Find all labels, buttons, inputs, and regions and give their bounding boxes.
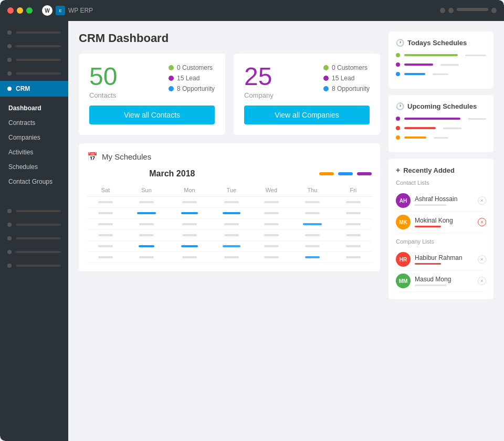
titlebar: W E WP ERP bbox=[0, 0, 504, 21]
cal-cell bbox=[210, 219, 253, 230]
legend-orange bbox=[319, 172, 334, 175]
list-item: AH Ashraf Hossain × bbox=[396, 190, 486, 212]
cal-cell bbox=[290, 252, 335, 263]
sched-line bbox=[404, 136, 426, 139]
contacts-details: 0 Customers 15 Lead 8 Opportunity bbox=[169, 64, 215, 96]
month-legend bbox=[319, 172, 372, 175]
sidebar-placeholder-7 bbox=[0, 232, 68, 245]
sidebar-placeholder-2 bbox=[0, 40, 68, 52]
cal-cell bbox=[124, 208, 169, 219]
contact-info: Masud Mong bbox=[415, 276, 474, 286]
app-window: W E WP ERP bbox=[0, 0, 504, 441]
sidebar-placeholder-9 bbox=[0, 259, 68, 272]
sidebar-placeholder-8 bbox=[0, 246, 68, 258]
detail-label: 0 Customers bbox=[332, 64, 368, 71]
cal-cell bbox=[335, 230, 372, 241]
maximize-button[interactable] bbox=[26, 7, 33, 14]
sidebar-item-contact-groups[interactable]: Contact Groups bbox=[0, 174, 68, 189]
cal-cell bbox=[87, 208, 124, 219]
recently-title: + Recently Added bbox=[396, 166, 486, 174]
contact-info: Mokinal Kong bbox=[415, 217, 474, 227]
contact-action-button[interactable]: × bbox=[478, 255, 486, 264]
sidebar-placeholder-5 bbox=[0, 205, 68, 217]
cal-header-sun: Sun bbox=[124, 184, 169, 197]
cal-cell bbox=[169, 197, 210, 208]
sidebar: CRM Dashboard Contracts Companies Activi… bbox=[0, 21, 68, 441]
cal-cell bbox=[253, 197, 290, 208]
cal-header-fri: Fri bbox=[335, 184, 372, 197]
view-all-contacts-button[interactable]: View all Contacts bbox=[89, 106, 215, 124]
sidebar-item-companies[interactable]: Companies bbox=[0, 130, 68, 145]
detail-label: 15 Lead bbox=[177, 75, 200, 82]
table-row bbox=[87, 208, 372, 219]
sidebar-item-schedules[interactable]: Schedules bbox=[0, 160, 68, 174]
cal-cell bbox=[290, 197, 335, 208]
companies-details: 0 Customers 15 Lead 8 Opportunity bbox=[323, 64, 370, 96]
contacts-number: 50 bbox=[89, 64, 117, 89]
contact-remove-button[interactable]: × bbox=[478, 218, 486, 226]
cal-cell bbox=[210, 208, 253, 219]
sidebar-item-contracts[interactable]: Contracts bbox=[0, 116, 68, 130]
cal-cell bbox=[210, 241, 253, 252]
dot-green bbox=[323, 65, 329, 70]
content-area: CRM Dashboard 50 Contacts bbox=[68, 21, 504, 441]
avatar: MK bbox=[396, 215, 411, 229]
crm-dot bbox=[7, 87, 12, 91]
cal-cell bbox=[169, 208, 210, 219]
cal-cell bbox=[87, 241, 124, 252]
sched-dot-green bbox=[396, 53, 400, 57]
detail-label: 8 Opportunity bbox=[332, 85, 370, 92]
upcoming-schedules-panel: 🕐 Upcoming Schedules bbox=[388, 95, 494, 152]
close-button[interactable] bbox=[7, 7, 14, 14]
cal-cell bbox=[87, 197, 124, 208]
right-sidebar: 🕐 Todays Schedules bbox=[388, 32, 494, 430]
titlebar-controls bbox=[440, 8, 497, 13]
calendar-card: 📅 My Schedules March 2018 bbox=[79, 143, 380, 271]
sidebar-dot bbox=[7, 264, 12, 268]
table-row bbox=[87, 197, 372, 208]
contact-bar bbox=[415, 285, 446, 286]
schedule-item bbox=[396, 72, 486, 76]
cal-header-wed: Wed bbox=[253, 184, 290, 197]
list-item: MK Mokinal Kong × bbox=[396, 212, 486, 233]
sidebar-item-activities[interactable]: Activities bbox=[0, 145, 68, 160]
sched-dot-purple bbox=[396, 117, 400, 121]
sidebar-dot bbox=[7, 71, 12, 76]
sidebar-line bbox=[16, 32, 61, 34]
minimize-button[interactable] bbox=[17, 7, 23, 14]
calendar-icon: 📅 bbox=[87, 152, 98, 162]
contact-action-button[interactable]: × bbox=[478, 277, 486, 285]
legend-purple bbox=[357, 172, 372, 175]
table-row bbox=[87, 219, 372, 230]
sidebar-item-crm[interactable]: CRM bbox=[0, 81, 68, 97]
todays-title: 🕐 Todays Schedules bbox=[396, 39, 486, 47]
sidebar-item-dashboard[interactable]: Dashboard bbox=[0, 101, 68, 116]
detail-customers: 0 Customers bbox=[323, 64, 370, 71]
contact-action-button[interactable]: × bbox=[478, 196, 486, 205]
cal-cell bbox=[87, 219, 124, 230]
cal-cell bbox=[210, 197, 253, 208]
sidebar-dot bbox=[7, 44, 12, 48]
cal-cell bbox=[210, 252, 253, 263]
sidebar-line bbox=[16, 237, 61, 239]
table-row bbox=[87, 241, 372, 252]
cal-cell bbox=[124, 219, 169, 230]
list-item: HR Habibur Rahman × bbox=[396, 249, 486, 270]
clock-icon: 🕐 bbox=[396, 39, 404, 47]
sidebar-dot bbox=[7, 250, 12, 254]
schedule-item bbox=[396, 135, 486, 140]
calendar-header: 📅 My Schedules bbox=[87, 152, 372, 162]
contact-bar bbox=[415, 226, 441, 227]
cal-cell bbox=[169, 241, 210, 252]
detail-label: 15 Lead bbox=[332, 75, 354, 82]
table-row bbox=[87, 252, 372, 263]
detail-label: 0 Customers bbox=[177, 64, 213, 71]
cal-cell bbox=[253, 252, 290, 263]
contact-name: Ashraf Hossain bbox=[415, 195, 474, 203]
sidebar-placeholder-3 bbox=[0, 54, 68, 66]
control-bar bbox=[457, 8, 488, 11]
plus-icon: + bbox=[396, 166, 400, 174]
view-all-companies-button[interactable]: View all Companies bbox=[244, 106, 370, 124]
cal-cell bbox=[290, 219, 335, 230]
contact-lists-label: Contact Lists bbox=[396, 180, 486, 186]
